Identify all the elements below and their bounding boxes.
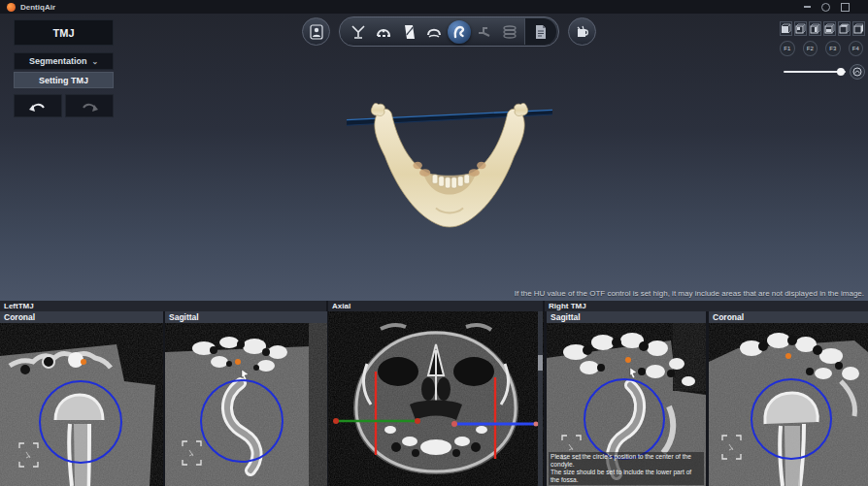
ct-views-section: LeftTMJ Axial Right TMJ Coronal Sagittal… <box>0 301 868 486</box>
left-tmj-title: LeftTMJ <box>4 302 34 310</box>
left-panel: TMJ Segmentation ⌄ Setting TMJ <box>14 19 114 117</box>
f1-button[interactable]: F1 <box>780 41 795 56</box>
app-logo-icon <box>7 3 16 12</box>
left-sagittal-label: Sagittal <box>169 312 199 322</box>
undo-icon <box>29 100 47 113</box>
opacity-slider-knob[interactable] <box>837 68 845 76</box>
upper-arch-icon <box>375 23 392 41</box>
f-preset-buttons: F1 F2 F3 F4 <box>780 41 865 56</box>
window-controls <box>804 3 850 12</box>
airway-tool-icon <box>476 23 493 41</box>
f3-button[interactable]: F3 <box>825 41 841 56</box>
cube-icon <box>795 23 806 34</box>
right-sagittal-header: Sagittal <box>547 311 706 323</box>
patient-icon <box>309 24 324 40</box>
axial-group-header: Axial <box>328 301 543 311</box>
face-tool-icon <box>350 23 367 41</box>
layout-5-button[interactable] <box>838 21 851 36</box>
layout-3-button[interactable] <box>809 21 821 36</box>
condyle-instruction-tooltip: Please set the circle's position to the … <box>549 452 704 485</box>
airway-tool-button[interactable] <box>473 20 496 44</box>
axial-slice-scrollbar[interactable] <box>538 311 543 486</box>
right-tmj-title: Right TMJ <box>549 302 586 310</box>
ct-adjust-button[interactable] <box>850 64 865 80</box>
titlebar: DentiqAir <box>0 0 868 14</box>
viewport-3d[interactable]: TMJ Segmentation ⌄ Setting TMJ <box>0 14 868 301</box>
report-icon <box>534 24 548 40</box>
restore-button[interactable] <box>821 3 830 12</box>
cup-tool-button[interactable] <box>568 17 596 46</box>
pano-curve-tool-button[interactable] <box>397 20 420 44</box>
redo-button[interactable] <box>65 94 114 117</box>
setting-tmj-button[interactable]: Setting TMJ <box>14 72 114 88</box>
app-title: DentiqAir <box>20 3 55 12</box>
layout-6-button[interactable] <box>852 21 865 36</box>
undo-button[interactable] <box>14 94 62 117</box>
tmj-tool-button[interactable] <box>448 20 471 44</box>
layout-4-button[interactable] <box>823 21 836 36</box>
minimize-button[interactable] <box>804 6 811 8</box>
left-coronal-header: Coronal <box>0 311 163 323</box>
segmentation-label: Segmentation <box>29 56 87 66</box>
tooltip-line-2: The size should be set to include the lo… <box>551 469 702 484</box>
axial-title: Axial <box>332 302 351 310</box>
right-coronal-label: Coronal <box>713 312 744 322</box>
axial-scrollbar-handle[interactable] <box>538 355 543 371</box>
right-sagittal-label: Sagittal <box>551 312 581 322</box>
close-button[interactable] <box>841 3 850 12</box>
mandible-3d-model[interactable] <box>338 85 561 231</box>
left-tmj-group-header: LeftTMJ <box>0 301 326 311</box>
right-coronal-header: Coronal <box>709 311 868 323</box>
cube-icon <box>853 23 864 34</box>
face-tool-button[interactable] <box>347 20 370 44</box>
f4-button[interactable]: F4 <box>849 41 864 56</box>
cube-icon <box>824 23 835 34</box>
cube-icon <box>839 23 850 34</box>
cube-icon <box>810 23 820 34</box>
patient-info-button[interactable] <box>302 17 330 46</box>
condyle-marker-orange[interactable] <box>785 353 791 359</box>
right-coronal-view[interactable] <box>709 323 868 486</box>
left-sagittal-view[interactable] <box>165 323 327 486</box>
left-coronal-view[interactable] <box>0 323 163 486</box>
tooltip-line-1: Please set the circle's position to the … <box>551 453 702 469</box>
layers-icon <box>501 23 518 41</box>
workflow-toolbar <box>339 16 559 47</box>
left-sagittal-header: Sagittal <box>165 311 327 323</box>
pano-curve-icon <box>400 23 417 41</box>
main-toolbar <box>302 16 596 47</box>
ct-adjust-icon <box>852 67 862 77</box>
segmentation-dropdown[interactable]: Segmentation ⌄ <box>14 52 114 70</box>
cup-icon <box>575 24 590 40</box>
layout-1-button[interactable] <box>780 21 792 36</box>
layout-2-button[interactable] <box>794 21 807 36</box>
upper-arch-tool-button[interactable] <box>372 20 395 44</box>
cube-filled-icon <box>781 23 791 34</box>
tmj-panel-title: TMJ <box>14 19 114 46</box>
condyle-marker-orange[interactable] <box>235 359 241 365</box>
right-tmj-group-header: Right TMJ <box>545 301 868 311</box>
tmj-tool-icon <box>451 23 468 41</box>
condyle-marker-orange[interactable] <box>81 359 86 365</box>
right-sagittal-view[interactable]: Please set the circle's position to the … <box>547 323 706 486</box>
redo-icon <box>81 100 98 113</box>
lower-arch-tool-button[interactable] <box>422 20 446 44</box>
opacity-slider[interactable] <box>784 71 846 73</box>
left-coronal-label: Coronal <box>4 312 35 322</box>
report-button[interactable] <box>524 18 556 45</box>
layers-tool-button[interactable] <box>498 20 521 44</box>
hu-warning-text: If the HU value of the OTF control is se… <box>515 289 864 298</box>
view-controls: F1 F2 F3 F4 <box>780 21 865 80</box>
f2-button[interactable]: F2 <box>803 41 818 56</box>
condyle-marker-orange[interactable] <box>625 357 631 363</box>
lower-arch-icon <box>425 23 443 41</box>
layout-presets <box>780 21 865 36</box>
dentiqair-window: DentiqAir TMJ Segmentation ⌄ Setting TMJ <box>0 0 868 486</box>
chevron-down-icon: ⌄ <box>91 57 98 66</box>
axial-view[interactable] <box>328 311 544 486</box>
